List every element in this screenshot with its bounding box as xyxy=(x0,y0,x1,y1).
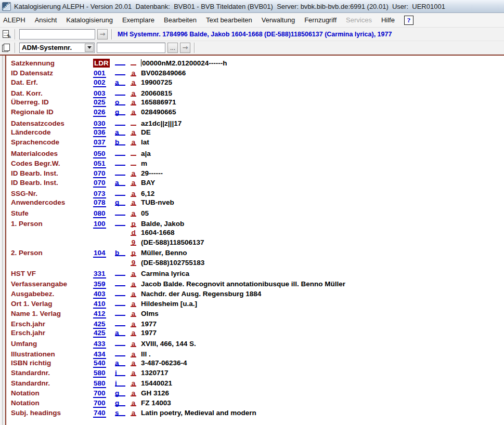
field-tag[interactable]: 025 xyxy=(93,98,106,107)
field-value[interactable]: 6,12 xyxy=(141,190,504,197)
field-tag[interactable]: 403 xyxy=(93,290,106,299)
field-tag[interactable]: 050 xyxy=(93,150,106,158)
field-subfield-code[interactable]: a xyxy=(131,69,136,76)
field-value[interactable]: Balde, Jakob xyxy=(141,220,504,228)
field-subfield-code[interactable] xyxy=(131,149,136,156)
field-indicators[interactable]: g xyxy=(115,399,125,406)
field-subfield-code[interactable]: a xyxy=(131,399,136,406)
field-subfield-code[interactable]: a xyxy=(131,198,136,206)
field-subfield-code[interactable] xyxy=(131,118,136,126)
field-tag[interactable]: 425 xyxy=(93,320,106,329)
field-subfield-code[interactable]: a xyxy=(131,190,136,197)
field-tag[interactable]: 051 xyxy=(93,160,106,168)
menu-text-bearbeiten[interactable]: Text bearbeiten xyxy=(206,16,252,24)
field-indicators[interactable] xyxy=(115,158,125,166)
field-indicators[interactable] xyxy=(115,339,125,346)
field-tag[interactable]: 070 xyxy=(93,169,106,178)
field-indicators[interactable] xyxy=(115,189,125,196)
field-tag[interactable]: 331 xyxy=(93,270,106,278)
field-indicators[interactable] xyxy=(115,58,125,65)
field-subfield-code[interactable] xyxy=(131,58,136,65)
field-value[interactable]: lat xyxy=(141,138,504,146)
field-indicators[interactable]: i xyxy=(115,369,125,376)
field-indicators[interactable]: a xyxy=(115,78,125,86)
field-indicators[interactable]: i xyxy=(115,379,125,387)
field-subfield-code[interactable]: p xyxy=(131,220,136,227)
field-indicators[interactable] xyxy=(115,219,125,226)
field-value[interactable]: 29------ xyxy=(141,169,504,177)
field-tag[interactable]: 026 xyxy=(93,108,106,117)
field-tag[interactable]: 003 xyxy=(93,89,106,98)
field-indicators[interactable] xyxy=(115,279,125,286)
field-subfield-code[interactable]: a xyxy=(131,379,136,387)
field-indicators[interactable] xyxy=(115,319,125,326)
field-subfield-code[interactable]: a xyxy=(131,300,136,307)
field-tag[interactable]: 433 xyxy=(93,340,106,349)
menu-ansicht[interactable]: Ansicht xyxy=(35,16,57,24)
field-tag[interactable]: 002 xyxy=(93,78,106,87)
field-tag[interactable]: LDR xyxy=(93,59,110,68)
field-value[interactable]: Hildesheim [u.a.] xyxy=(141,300,504,308)
chevron-down-button[interactable] xyxy=(85,44,94,52)
menu-hilfe[interactable]: Hilfe xyxy=(381,16,395,24)
field-indicators[interactable]: g xyxy=(115,108,125,115)
field-indicators[interactable]: g xyxy=(115,389,125,396)
field-indicators[interactable]: a xyxy=(115,179,125,186)
field-value[interactable]: TUB-nveb xyxy=(141,198,504,206)
field-indicators[interactable] xyxy=(115,168,125,176)
field-value[interactable]: az1dc||z|||17 xyxy=(141,119,504,127)
field-subfield-code[interactable]: p xyxy=(131,249,136,256)
field-subfield-code[interactable]: a xyxy=(131,359,136,366)
field-value[interactable]: (DE-588)118506137 xyxy=(141,238,504,246)
field-subfield-code[interactable]: 9 xyxy=(131,238,136,246)
field-subfield-code[interactable]: a xyxy=(131,108,136,115)
field-indicators[interactable] xyxy=(115,289,125,296)
field-indicators[interactable]: a xyxy=(115,329,125,336)
menu-aleph[interactable]: ALEPH xyxy=(3,16,25,24)
field-subfield-code[interactable]: a xyxy=(131,270,136,277)
field-subfield-code[interactable]: a xyxy=(131,179,136,186)
field-value[interactable]: a|a xyxy=(141,150,504,157)
field-subfield-code[interactable]: a xyxy=(131,280,136,287)
field-indicators[interactable] xyxy=(115,118,125,126)
field-indicators[interactable] xyxy=(115,208,125,216)
field-value[interactable]: Olms xyxy=(141,310,504,317)
field-tag[interactable]: 700 xyxy=(93,389,106,398)
field-indicators[interactable]: b xyxy=(115,249,125,256)
field-value[interactable]: 15440021 xyxy=(141,379,504,387)
menu-bearbeiten[interactable]: Bearbeiten xyxy=(164,16,197,24)
field-value[interactable]: m xyxy=(141,160,504,167)
field-tag[interactable]: 078 xyxy=(93,198,106,207)
field-tag[interactable]: 740 xyxy=(93,409,106,418)
field-subfield-code[interactable]: a xyxy=(131,340,136,347)
field-value[interactable]: Nachdr. der Ausg. Regensburg 1884 xyxy=(141,290,504,298)
field-subfield-code[interactable]: a xyxy=(131,310,136,317)
field-subfield-code[interactable]: a xyxy=(131,409,136,416)
field-tag[interactable]: 070 xyxy=(93,179,106,188)
field-value[interactable]: FZ 14003 xyxy=(141,399,504,407)
field-indicators[interactable]: s xyxy=(115,409,125,416)
field-tag[interactable]: 080 xyxy=(93,209,106,218)
field-tag[interactable]: 434 xyxy=(93,350,106,359)
field-tag[interactable]: 100 xyxy=(93,220,106,229)
menu-fernzugriff[interactable]: Fernzugriff xyxy=(304,16,337,24)
system-number-input[interactable] xyxy=(97,43,165,53)
field-subfield-code[interactable]: a xyxy=(131,320,136,327)
field-subfield-code[interactable]: 9 xyxy=(131,259,136,266)
field-value[interactable]: XVIII, 466, 144 S. xyxy=(141,340,504,348)
field-tag[interactable]: 412 xyxy=(93,310,106,318)
field-subfield-code[interactable]: d xyxy=(131,229,136,236)
field-tag[interactable]: 036 xyxy=(93,128,106,137)
field-tag[interactable]: 104 xyxy=(93,249,106,258)
field-indicators[interactable]: q xyxy=(115,198,125,206)
help-question-button[interactable]: ? xyxy=(404,16,413,25)
menu-katalogisierung[interactable]: Katalogisierung xyxy=(66,16,113,24)
field-subfield-code[interactable]: a xyxy=(131,209,136,217)
field-subfield-code[interactable]: a xyxy=(131,89,136,97)
field-subfield-code[interactable]: a xyxy=(131,78,136,86)
field-value[interactable]: Müller, Benno xyxy=(141,249,504,257)
field-tag[interactable]: 359 xyxy=(93,280,106,289)
menu-verwaltung[interactable]: Verwaltung xyxy=(262,16,295,24)
field-indicators[interactable]: a xyxy=(115,128,125,136)
field-tag[interactable]: 073 xyxy=(93,190,106,198)
